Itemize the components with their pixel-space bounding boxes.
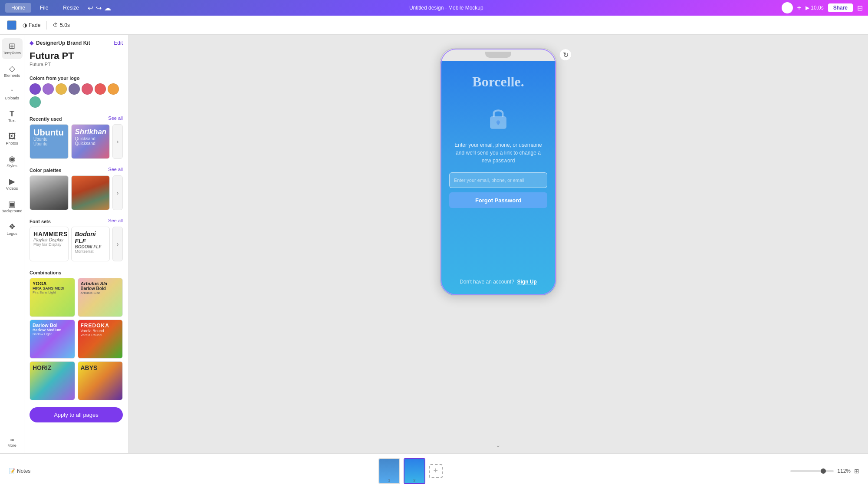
logos-icon: ❖ [9, 223, 16, 231]
color-swatch-6[interactable] [95, 83, 106, 95]
tab-file[interactable]: File [34, 3, 54, 13]
recently-used-see-all[interactable]: See all [108, 115, 123, 121]
sidebar-item-styles[interactable]: ◉ Styles [2, 151, 23, 172]
bodoni-big-text: Bodoni FLF [75, 231, 106, 244]
phone-mockup: Borcelle. Enter your email, phone, or us… [440, 48, 557, 296]
apply-to-all-pages-button[interactable]: Apply to all pages [30, 407, 123, 422]
brand-header: ◆ DesignerUp Brand Kit Edit [30, 40, 123, 46]
sidebar-item-elements[interactable]: ◇ Elements [2, 61, 23, 82]
color-palettes-chevron[interactable]: › [112, 175, 123, 210]
page-thumb-1[interactable]: 1 [378, 458, 400, 484]
forgot-description: Enter your email, phone, or username and… [454, 141, 542, 165]
font-sets-chevron[interactable]: › [112, 227, 123, 261]
fade-button[interactable]: ◑ Fade [23, 22, 40, 28]
sidebar-item-background[interactable]: ▣ Background [2, 196, 23, 217]
elements-icon: ◇ [9, 65, 15, 73]
recently-used-chevron[interactable]: › [112, 124, 123, 159]
hammers-big-text: HAMMERS [33, 231, 65, 237]
combo-card-6[interactable]: ABYS [78, 361, 123, 400]
zoom-thumb[interactable] [821, 468, 826, 474]
combo-2-mid: Barlow Bold [81, 286, 120, 291]
signup-link[interactable]: Sign Up [517, 279, 537, 285]
palette-card-1[interactable] [30, 175, 69, 210]
bodoni-sub2: Montserrat [75, 249, 106, 254]
font-sets-see-all[interactable]: See all [108, 218, 123, 223]
brand-panel-content: ◆ DesignerUp Brand Kit Edit Futura PT Fu… [24, 35, 128, 453]
sidebar-item-videos[interactable]: ▶ Videos [2, 174, 23, 195]
combo-1-sub: Fira Sans Light [33, 290, 72, 294]
font-card-ubuntu[interactable]: Ubuntu Ubuntu Ubuntu [30, 124, 69, 159]
color-swatch-8[interactable] [30, 96, 41, 108]
save-icon[interactable]: ☁ [104, 4, 111, 12]
sidebar-item-photos[interactable]: 🖼 Photos [2, 129, 23, 149]
color-swatch-5[interactable] [82, 83, 93, 95]
phone-wrapper: Borcelle. Enter your email, phone, or us… [440, 48, 557, 296]
bodoni-sub1: BODONI FLF [75, 244, 106, 249]
color-swatch-2[interactable] [43, 83, 54, 95]
timer-display: ▶ 10.0s [806, 5, 824, 11]
font-card-quicksand[interactable]: Shrikhan Quicksand Quicksand [71, 124, 110, 159]
grid-icon[interactable]: ⊞ [854, 468, 859, 475]
combo-card-1[interactable]: YOGA FIRA SANS MEDI Fira Sans Light [30, 278, 75, 317]
elements-label: Elements [4, 73, 20, 78]
photos-label: Photos [6, 141, 18, 145]
palette-card-2[interactable] [71, 175, 110, 210]
sidebar-item-text[interactable]: T Text [2, 106, 23, 127]
zoom-track[interactable] [790, 470, 834, 472]
color-swatch-1[interactable] [30, 83, 41, 95]
color-palettes-header: Color palettes See all [30, 163, 123, 175]
combo-card-4[interactable]: FREDOKA Varela Round Varela Round [78, 320, 123, 359]
color-palettes-see-all[interactable]: See all [108, 167, 123, 172]
page-thumb-2[interactable]: 2 [404, 458, 425, 484]
tab-resize[interactable]: Resize [57, 3, 85, 13]
sidebar-item-templates[interactable]: ⊞ Templates [2, 38, 23, 59]
page-thumb-num-2: 2 [404, 478, 424, 482]
font-sets-header: Font sets See all [30, 214, 123, 227]
brand-kit-icon: ◆ [30, 40, 33, 46]
sidebar-item-uploads[interactable]: ↑ Uploads [2, 83, 23, 104]
email-input[interactable] [449, 172, 547, 188]
color-swatch-4[interactable] [69, 83, 80, 95]
uploads-label: Uploads [5, 96, 19, 100]
collapse-arrow[interactable]: ⌄ [496, 441, 501, 449]
font-set-bodoni[interactable]: Bodoni FLF BODONI FLF Montserrat [71, 227, 110, 261]
combo-3-top: Barlow Bol [33, 323, 72, 328]
combo-card-2[interactable]: Arbutus Sla Barlow Bold Arbutus Slab [78, 278, 123, 317]
redo-icon[interactable]: ↪ [96, 4, 102, 12]
share-button[interactable]: Share [828, 3, 853, 12]
combo-card-3[interactable]: Barlow Bol Barlow Medium Barlow Light [30, 320, 75, 359]
font-sets-title: Font sets [30, 219, 51, 224]
color-swatch-3[interactable] [56, 83, 67, 95]
brand-edit-button[interactable]: Edit [114, 40, 123, 46]
ubuntu-font-sub2: Ubuntu [33, 142, 65, 146]
combinations-title: Combinations [30, 270, 61, 275]
filter-icon[interactable]: ⊟ [857, 4, 863, 12]
combo-2-top: Arbutus Sla [81, 281, 120, 286]
zoom-bar: 112% ⊞ [790, 468, 859, 475]
forgot-password-button[interactable]: Forgot Password [449, 192, 547, 208]
add-user-icon[interactable]: + [797, 4, 801, 12]
duration-button[interactable]: ⏱ 5.0s [53, 22, 70, 28]
combo-3-sub: Barlow Light [33, 332, 72, 336]
brand-kit-panel: ◆ DesignerUp Brand Kit Edit Futura PT Fu… [24, 35, 128, 453]
user-avatar[interactable] [782, 2, 793, 13]
font-set-hammers[interactable]: HAMMERS Playfair Display Play fair Displ… [30, 227, 69, 261]
combo-4-mid: Varela Round [81, 329, 120, 333]
combo-card-5[interactable]: HORIZ [30, 361, 75, 400]
sidebar-item-more[interactable]: ••• More [2, 432, 23, 453]
sidebar-item-logos[interactable]: ❖ Logos [2, 219, 23, 240]
undo-icon[interactable]: ↩ [88, 4, 93, 12]
text-icon: T [10, 110, 14, 118]
add-page-button[interactable]: + [429, 464, 443, 478]
zoom-level: 112% [837, 468, 851, 474]
notes-button[interactable]: 📝 Notes [9, 468, 30, 474]
styles-label: Styles [7, 164, 17, 168]
fade-icon: ◑ [23, 22, 27, 28]
color-swatch-7[interactable] [108, 83, 119, 95]
refresh-icon-button[interactable]: ↻ [559, 49, 572, 61]
page-thumb-num-1: 1 [379, 478, 399, 482]
color-box[interactable] [7, 20, 16, 30]
combo-5-top: HORIZ [33, 364, 72, 371]
tab-home[interactable]: Home [5, 3, 31, 13]
brand-font-name: Futura PT [30, 50, 123, 62]
